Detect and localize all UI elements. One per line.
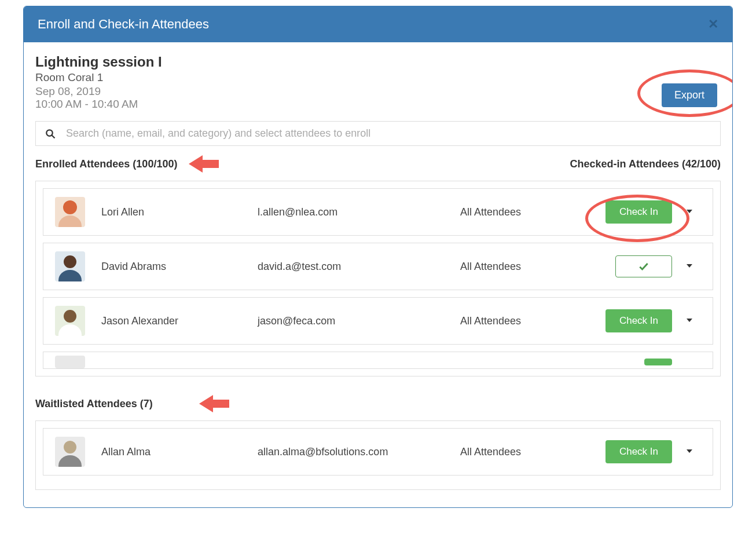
enrolled-list: Lori Allen l.allen@nlea.com All Attendee… [35, 181, 721, 376]
attendee-row: Allan Alma allan.alma@bfsolutions.com Al… [43, 428, 713, 476]
modal-title: Enroll and Check-in Attendees [38, 17, 209, 32]
enrolled-count-label: Enrolled Attendees (100/100) [35, 158, 177, 170]
attendee-name: Jason Alexander [101, 315, 252, 327]
attendee-category: All Attendees [460, 206, 564, 218]
svg-marker-20 [687, 449, 692, 453]
attendee-name: Lori Allen [101, 206, 252, 218]
checkin-button-partial[interactable] [644, 359, 672, 365]
row-menu-caret-icon[interactable] [685, 261, 693, 273]
modal-header: Enroll and Check-in Attendees ✕ [24, 6, 732, 42]
svg-line-1 [52, 135, 54, 138]
checkin-button[interactable]: Check In [605, 440, 672, 463]
avatar [55, 306, 85, 336]
attendee-email: david.a@test.com [258, 261, 454, 273]
section-labels: Enrolled Attendees (100/100) Checked-in … [35, 154, 721, 174]
modal-content: Lightning session I Room Coral 1 Sep 08,… [24, 42, 732, 507]
row-menu-caret-icon[interactable] [685, 315, 693, 327]
svg-point-4 [63, 200, 77, 214]
session-info: Lightning session I Room Coral 1 Sep 08,… [35, 54, 162, 111]
attendee-category: All Attendees [460, 315, 564, 327]
checkin-button[interactable]: Check In [605, 309, 672, 332]
row-menu-caret-icon[interactable] [685, 446, 693, 458]
svg-point-8 [64, 255, 76, 268]
attendee-name: Allan Alma [101, 446, 252, 458]
session-title: Lightning session I [35, 54, 162, 70]
attendee-email: jason@feca.com [258, 315, 454, 327]
svg-point-18 [64, 441, 76, 453]
attendee-row: Lori Allen l.allen@nlea.com All Attendee… [43, 188, 713, 236]
session-date: Sep 08, 2019 [35, 85, 162, 98]
avatar [55, 437, 85, 467]
annotation-arrow-enrolled [189, 154, 219, 174]
svg-point-0 [46, 130, 53, 136]
attendee-name: David Abrams [101, 261, 252, 273]
svg-marker-14 [687, 319, 692, 322]
attendee-email: allan.alma@bfsolutions.com [258, 446, 454, 458]
enroll-checkin-modal: Enroll and Check-in Attendees ✕ Lightnin… [23, 6, 733, 508]
checkedin-count-label: Checked-in Attendees (42/100) [570, 158, 721, 170]
attendee-row: David Abrams david.a@test.com All Attend… [43, 243, 713, 290]
svg-rect-15 [55, 356, 85, 368]
session-room: Room Coral 1 [35, 71, 162, 84]
attendee-row-partial [43, 352, 713, 369]
checkin-button[interactable]: Check In [605, 200, 672, 224]
svg-marker-6 [687, 210, 692, 213]
annotation-arrow-waitlist [199, 394, 229, 414]
svg-point-12 [64, 310, 76, 323]
checked-in-button[interactable] [615, 255, 672, 277]
attendee-row: Jason Alexander jason@feca.com All Atten… [43, 297, 713, 345]
session-time: 10:00 AM - 10:40 AM [35, 98, 162, 111]
waitlisted-list: Allan Alma allan.alma@bfsolutions.com Al… [35, 420, 721, 490]
avatar [55, 356, 85, 368]
attendee-category: All Attendees [460, 261, 564, 273]
session-header-row: Lightning session I Room Coral 1 Sep 08,… [35, 54, 721, 111]
export-button[interactable]: Export [662, 83, 717, 107]
attendee-category: All Attendees [460, 446, 564, 458]
search-bar[interactable] [35, 121, 721, 146]
svg-marker-2 [189, 155, 219, 173]
waitlist-label-row: Waitlisted Attendees (7) [35, 394, 721, 414]
waitlisted-count-label: Waitlisted Attendees (7) [35, 398, 153, 410]
search-icon [45, 129, 56, 139]
attendee-email: l.allen@nlea.com [258, 206, 454, 218]
svg-marker-10 [687, 264, 692, 268]
export-wrap: Export [662, 83, 721, 111]
svg-marker-16 [199, 395, 229, 412]
search-input[interactable] [66, 127, 711, 140]
avatar [55, 197, 85, 227]
row-menu-caret-icon[interactable] [685, 206, 693, 218]
avatar [55, 251, 85, 281]
close-icon[interactable]: ✕ [708, 17, 718, 32]
